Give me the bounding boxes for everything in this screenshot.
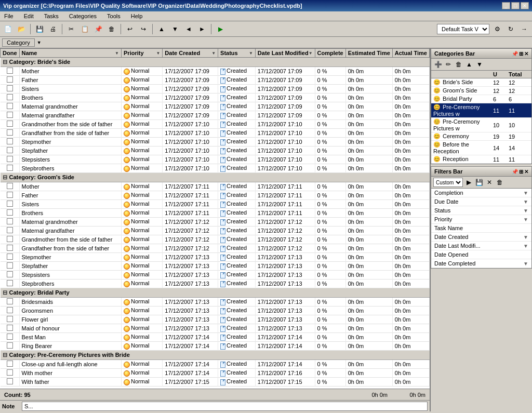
col-header-date-created[interactable]: Date Created▼ [163, 49, 218, 58]
table-row[interactable]: Father Normal 17/12/2007 17:11 Created 1… [1, 191, 430, 200]
cat-up-icon[interactable]: ▲ [464, 60, 474, 69]
cat-list-item[interactable]: 😊Bride's Side1212 [431, 78, 531, 87]
col-header-date-modified[interactable]: Date Last Modified▼ [255, 49, 315, 58]
task-checkbox[interactable] [7, 307, 13, 313]
table-row[interactable]: Brothers Normal 17/12/2007 17:09 Created… [1, 94, 430, 102]
table-row[interactable]: Maternal grandfather Normal 17/12/2007 1… [1, 227, 430, 235]
task-checkbox[interactable] [7, 298, 13, 304]
cut-button[interactable]: ✂ [65, 23, 77, 35]
save-button[interactable]: 💾 [34, 23, 45, 35]
cat-list-item[interactable]: 😊Before the Reception1414 [431, 141, 531, 155]
left-button[interactable]: ◄ [183, 23, 194, 35]
settings-button[interactable]: ⚙ [491, 23, 503, 35]
task-checkbox[interactable] [7, 121, 13, 127]
task-checkbox[interactable] [7, 325, 13, 331]
maximize-button[interactable]: □ [511, 2, 520, 9]
col-header-priority[interactable]: Priority▼ [122, 49, 163, 58]
menu-edit[interactable]: Edit [22, 12, 36, 20]
filter-dropdown-icon[interactable]: ▼ [523, 199, 528, 205]
table-row[interactable]: Ring Bearer Normal 17/12/2007 17:14 Crea… [1, 342, 430, 351]
task-checkbox[interactable] [7, 369, 13, 376]
table-row[interactable]: Flower girl Normal 17/12/2007 17:13 Crea… [1, 315, 430, 324]
filters-close-icon[interactable]: ✕ [524, 169, 528, 175]
up-button[interactable]: ▲ [156, 23, 167, 35]
table-row[interactable]: Stepmother Normal 17/12/2007 17:13 Creat… [1, 253, 430, 262]
filter-dropdown-icon[interactable]: ▼ [523, 261, 528, 267]
table-row[interactable]: Sisters Normal 17/12/2007 17:09 Created … [1, 85, 430, 94]
col-header-est-time[interactable]: Estimated Time [345, 49, 392, 58]
table-row[interactable]: With father Normal 17/12/2007 17:15 Crea… [1, 378, 430, 387]
refresh-button[interactable]: ↻ [505, 23, 516, 35]
filter-clear-icon[interactable]: ✕ [485, 178, 494, 187]
task-checkbox[interactable] [7, 183, 13, 189]
table-row[interactable]: Father Normal 17/12/2007 17:09 Created 1… [1, 76, 430, 85]
cat-list-item[interactable]: 😊Reception1111 [431, 155, 531, 164]
task-checkbox[interactable] [7, 227, 13, 233]
table-row[interactable]: Maternal grandmother Normal 17/12/2007 1… [1, 218, 430, 227]
task-checkbox[interactable] [7, 112, 13, 118]
note-input[interactable] [22, 402, 428, 411]
filter-dropdown-icon[interactable]: ▼ [523, 208, 528, 214]
table-row[interactable]: Brothers Normal 17/12/2007 17:11 Created… [1, 209, 430, 218]
task-checkbox[interactable] [7, 76, 13, 83]
task-checkbox[interactable] [7, 103, 13, 109]
cat-list-item[interactable]: 😊Bridal Party66 [431, 95, 531, 103]
table-row[interactable]: Stepbrothers Normal 17/12/2007 17:10 Cre… [1, 164, 430, 173]
table-row[interactable]: Groomsmen Normal 17/12/2007 17:13 Create… [1, 307, 430, 315]
table-row[interactable]: Stepsisters Normal 17/12/2007 17:13 Crea… [1, 271, 430, 279]
table-row[interactable]: Maternal grandmother Normal 17/12/2007 1… [1, 102, 430, 111]
task-checkbox[interactable] [7, 316, 13, 322]
task-checkbox[interactable] [7, 192, 13, 198]
table-row[interactable]: Grandfather from the side of father Norm… [1, 244, 430, 253]
delete-button[interactable]: 🗑 [106, 23, 117, 35]
table-row[interactable]: Grandmother from the side of father Norm… [1, 120, 430, 129]
open-button[interactable]: 📂 [16, 23, 27, 35]
task-checkbox[interactable] [7, 280, 13, 286]
table-row[interactable]: Best Man Normal 17/12/2007 17:14 Created… [1, 333, 430, 342]
task-checkbox[interactable] [7, 68, 13, 74]
table-row[interactable]: Grandfather from the side of father Norm… [1, 129, 430, 138]
category-row-2[interactable]: ⊟Category: Bridal Party [1, 288, 430, 298]
task-checkbox[interactable] [7, 147, 13, 153]
task-checkbox[interactable] [7, 94, 13, 100]
table-row[interactable]: Mother Normal 17/12/2007 17:09 Created 1… [1, 67, 430, 76]
table-row[interactable]: Stepsisters Normal 17/12/2007 17:10 Crea… [1, 155, 430, 164]
category-dropdown-arrow[interactable]: ▼ [37, 40, 42, 45]
cat-list-item[interactable]: 😊Pre-Ceremony Pictures w1111 [431, 103, 531, 118]
category-label[interactable]: Category [2, 38, 35, 47]
copy-button[interactable]: 📋 [79, 23, 90, 35]
minimize-button[interactable]: _ [502, 2, 510, 9]
table-row[interactable]: Close-up and full-length alone Normal 17… [1, 360, 430, 369]
categories-pin-icon[interactable]: 📌 [512, 51, 518, 57]
close-button[interactable]: ✕ [521, 2, 529, 9]
filter-button[interactable]: ▶ [215, 23, 226, 35]
task-checkbox[interactable] [7, 218, 13, 224]
filters-bar-controls[interactable]: 📌 ⊞ ✕ [512, 169, 528, 175]
task-filter-dropdown[interactable]: Default Task V [437, 24, 489, 34]
print-button[interactable]: 🖨 [47, 23, 59, 35]
category-row-0[interactable]: ⊟Category: Bride's Side [1, 58, 430, 67]
col-header-name[interactable]: Name▼ [19, 49, 122, 58]
filter-dropdown-icon[interactable]: ▼ [523, 234, 528, 240]
filter-delete-icon[interactable]: 🗑 [495, 178, 504, 187]
menu-tasks[interactable]: Tasks [42, 12, 61, 20]
cat-list-item[interactable]: 😊Groom's Side1212 [431, 87, 531, 95]
table-row[interactable]: Stepmother Normal 17/12/2007 17:10 Creat… [1, 138, 430, 146]
menu-file[interactable]: File [2, 12, 16, 20]
task-checkbox[interactable] [7, 245, 13, 251]
task-checkbox[interactable] [7, 129, 13, 136]
category-row-1[interactable]: ⊟Category: Groom's Side [1, 173, 430, 182]
filter-dropdown-icon[interactable]: ▼ [523, 243, 528, 249]
table-row[interactable]: Sisters Normal 17/12/2007 17:11 Created … [1, 200, 430, 209]
category-row-3[interactable]: ⊟Category: Pre-Ceremony Pictures with Br… [1, 351, 430, 360]
task-checkbox[interactable] [7, 165, 13, 171]
menu-help[interactable]: Help [129, 12, 145, 20]
task-checkbox[interactable] [7, 138, 13, 144]
table-row[interactable]: Bridesmaids Normal 17/12/2007 17:13 Crea… [1, 298, 430, 307]
table-container[interactable]: Done Name▼ Priority▼ Date Created▼ Statu [0, 48, 430, 389]
table-row[interactable]: Maternal grandfather Normal 17/12/2007 1… [1, 111, 430, 120]
categories-bar-controls[interactable]: 📌 ⊞ ✕ [512, 51, 528, 57]
task-checkbox[interactable] [7, 85, 13, 91]
window-controls[interactable]: _ □ ✕ [502, 2, 529, 9]
cat-list-item[interactable]: 😊Pre-Ceremony Pictures w1010 [431, 118, 531, 132]
